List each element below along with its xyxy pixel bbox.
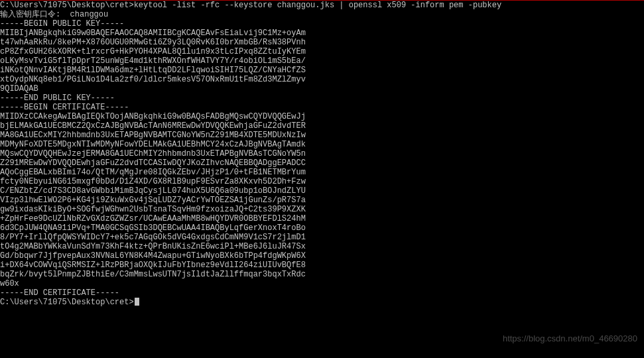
cert-end-marker: -----END CERTIFICATE----- <box>0 288 644 298</box>
cert-line: C/ENZbtZ/cd7S3CD8avGWbbiMimBJqCysjLL074h… <box>0 186 644 196</box>
prompt-ready[interactable]: C:\Users\71075\Desktop\cret> <box>0 298 644 307</box>
pubkey-line: MIIBIjANBgkqhkiG9w0BAQEFAAOCAQ8AMIIBCgKC… <box>0 29 644 38</box>
cert-line: +ZpHrFee9DcUZlNbRZvGXdzGZWZsr/UCAwEAAaMh… <box>0 214 644 223</box>
cert-line: AQoCggEBALxbBImi74o/QtTM/qMgJre08IQGkZEb… <box>0 168 644 177</box>
command-text: keytool -list -rfc --keystore changgou.j… <box>134 1 502 10</box>
pubkey-line: oLKyMsvTviG5flTpDprT25unWgE4md1kthRWXOnf… <box>0 56 644 66</box>
cursor <box>135 298 139 306</box>
password-prompt: 输入密钥库口令: changgou <box>0 10 644 19</box>
cert-line: bqZrk/bvyt5lPnmpZJBthiEe/C3mMmsLwsUTN7js… <box>0 270 644 279</box>
prompt-path: C:\Users\71075\Desktop\cret> <box>0 1 134 10</box>
cert-line: 6d3CpJUW4QNA91iPVq+TMA0GCSqGSIb3DQEBCwUA… <box>0 223 644 233</box>
cert-line: i+DX64vCOWVqiQSRMSIZ+lRzPBRjaOXQkIJuFbYI… <box>0 261 644 270</box>
terminal-window[interactable]: C:\Users\71075\Desktop\cret>keytool -lis… <box>0 0 644 358</box>
pubkey-begin-marker: -----BEGIN PUBLIC KEY----- <box>0 19 644 29</box>
pubkey-line: iNKotQNnvIAKtjBM4R1lDWMa6dmz+lHtLtqDD2LF… <box>0 66 644 75</box>
pubkey-line: t47whAaRkRu/8kePM+X876OUGU0RMwGti6Z9y3LQ… <box>0 38 644 47</box>
pubkey-end-marker: -----END PUBLIC KEY----- <box>0 93 644 103</box>
cert-line: MDMyNFoXDTE5MDgxNTIwMDMyNFowYDELMAkGA1UE… <box>0 140 644 149</box>
cert-line: tO4g2MABbYWKkaVunSdYm73KhF4ktz+QPrBnUKis… <box>0 242 644 251</box>
prompt-path: C:\Users\71075\Desktop\cret> <box>0 298 134 307</box>
cert-line: gw9ixdasKIkiByO+SOGfwjWGhwn2UsbTsnaTSqvH… <box>0 205 644 214</box>
cert-line: bjELMAkGA1UECBMCZ2QxCzAJBgNVBAcTAnN6MREw… <box>0 121 644 131</box>
pubkey-line: cP8ZfxGUH26kXORK+tlrxcrG+HkPYOH4XPAL8Q1l… <box>0 47 644 56</box>
cert-line: w60x <box>0 279 644 288</box>
pubkey-line: 9QIDAQAB <box>0 84 644 93</box>
cert-line: VIzp3lhwElWO2P6+KG4ji9ZkuWxGv4jSqLUDZ7yA… <box>0 196 644 205</box>
cert-line: Gd/bbqwr7JjfpvepAux3NVNaL6YN8K4M4Zwapu+G… <box>0 251 644 261</box>
cert-line: MIIDXzCCAkegAwIBAgIEQkTOojANBgkqhkiG9w0B… <box>0 112 644 121</box>
cert-line: MA8GA1UECxMIY2hhbmdnb3UxETAPBgNVBAMTCGNo… <box>0 131 644 140</box>
cert-line: Z291MREwDwYDVQQDEwhjaGFuZ2dvdTCCASIwDQYJ… <box>0 158 644 168</box>
cert-begin-marker: -----BEGIN CERTIFICATE----- <box>0 103 644 112</box>
command-line: C:\Users\71075\Desktop\cret>keytool -lis… <box>0 1 644 10</box>
pubkey-line: xtOydpNKq8eb1/PGiLNo1D4La2zf0/ldlcr5mkes… <box>0 75 644 84</box>
cert-line: MQswCQYDVQQHEwJzejERMA8GA1UEChMIY2hhbmdn… <box>0 149 644 158</box>
cert-line: 8/PY7+IrllQfpQWSYWIDcY7+ek5c7AGqGOk5dVG4… <box>0 233 644 242</box>
cert-line: fcty0NEbyuiNG615mxgf0bDd/D1Z4XD/GX8RlB9u… <box>0 177 644 186</box>
